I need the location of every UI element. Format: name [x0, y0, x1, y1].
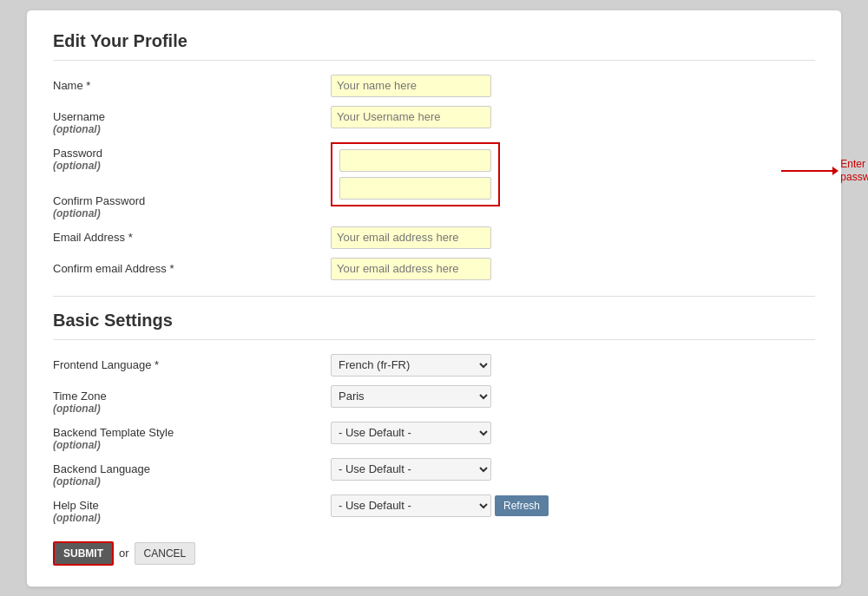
timezone-field: Paris London New York: [331, 385, 815, 408]
timezone-select[interactable]: Paris London New York: [331, 385, 491, 408]
name-row: Name *: [53, 75, 815, 99]
timezone-row: Time Zone (optional) Paris London New Yo…: [53, 385, 815, 415]
help-site-label: Help Site (optional): [53, 494, 331, 524]
backend-language-row: Backend Language (optional) - Use Defaul…: [53, 458, 815, 488]
name-field: [331, 75, 815, 97]
confirm-email-input[interactable]: [331, 258, 491, 280]
email-field: [331, 226, 815, 249]
confirm-email-row: Confirm email Address *: [53, 258, 815, 282]
name-input[interactable]: [331, 75, 491, 97]
backend-template-row: Backend Template Style (optional) - Use …: [53, 422, 815, 451]
basic-settings-title: Basic Settings: [53, 311, 815, 340]
callout-arrow: Enter your newpassword here: [781, 158, 868, 185]
backend-language-select[interactable]: - Use Default -: [331, 458, 491, 481]
password-group-box: [331, 142, 500, 206]
frontend-language-field: French (fr-FR) English (en-US) German (d…: [331, 354, 815, 377]
profile-section-title: Edit Your Profile: [53, 31, 815, 61]
backend-language-field: - Use Default -: [331, 458, 815, 481]
refresh-button[interactable]: Refresh: [495, 495, 549, 516]
frontend-language-select[interactable]: French (fr-FR) English (en-US) German (d…: [331, 354, 491, 377]
password-label: Password (optional) Confirm Password (op…: [53, 142, 331, 219]
section-divider: [53, 296, 815, 297]
backend-language-label: Backend Language (optional): [53, 458, 331, 488]
password-group-row: Password (optional) Confirm Password (op…: [53, 142, 815, 219]
confirm-email-field: [331, 258, 815, 280]
cancel-button[interactable]: CANCEL: [135, 542, 196, 565]
confirm-email-label: Confirm email Address *: [53, 258, 331, 275]
email-input[interactable]: [331, 226, 491, 249]
backend-template-select[interactable]: - Use Default -: [331, 422, 491, 444]
main-panel: Edit Your Profile Name * Username (optio…: [26, 10, 842, 587]
callout-line: [781, 170, 833, 172]
help-site-field: - Use Default - Refresh: [331, 494, 815, 517]
frontend-language-label: Frontend Language *: [53, 354, 331, 371]
password-input[interactable]: [339, 149, 491, 172]
email-row: Email Address *: [53, 226, 815, 251]
help-site-row: Help Site (optional) - Use Default - Ref…: [53, 494, 815, 524]
name-label: Name *: [53, 75, 331, 92]
password-fields: Enter your newpassword here: [331, 142, 815, 206]
backend-template-field: - Use Default -: [331, 422, 815, 444]
email-label: Email Address *: [53, 226, 331, 244]
confirm-password-input[interactable]: [339, 177, 491, 200]
callout-text: Enter your newpassword here: [840, 158, 868, 185]
frontend-language-row: Frontend Language * French (fr-FR) Engli…: [53, 354, 815, 378]
or-text: or: [119, 547, 129, 560]
help-site-select[interactable]: - Use Default -: [331, 494, 491, 517]
submit-button[interactable]: SUBMIT: [53, 541, 114, 566]
username-row: Username (optional): [53, 106, 815, 135]
username-label: Username (optional): [53, 106, 331, 135]
backend-template-label: Backend Template Style (optional): [53, 422, 331, 451]
username-field: [331, 106, 815, 128]
button-row: SUBMIT or CANCEL: [53, 541, 815, 566]
timezone-label: Time Zone (optional): [53, 385, 331, 415]
username-input[interactable]: [331, 106, 491, 128]
